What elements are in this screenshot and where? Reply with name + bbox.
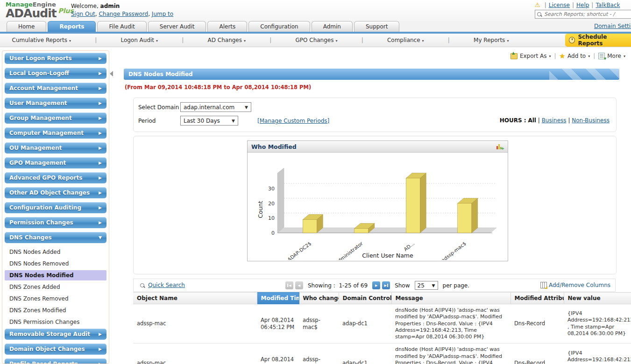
- sidebar-item-dns-changes[interactable]: DNS Changes▼: [5, 232, 106, 243]
- search-icon: [140, 283, 144, 287]
- last-page-button[interactable]: ▶: [382, 281, 390, 289]
- column-header-modified-attributes[interactable]: Modified Attributes: [510, 293, 564, 304]
- sidebar-subitem-dns-zones-modified[interactable]: DNS Zones Modified: [5, 305, 106, 315]
- subnav-item-my-reports[interactable]: My Reports▾: [474, 37, 509, 43]
- sidebar-item-domain-object-changes[interactable]: Domain Object Changes▶: [5, 343, 106, 355]
- tab-admin[interactable]: Admin: [312, 21, 353, 32]
- per-page-label: per page.: [443, 282, 470, 289]
- quick-search[interactable]: Quick Search: [140, 282, 185, 288]
- tab-support[interactable]: Support: [354, 21, 399, 32]
- sidebar-item-user-logon-reports[interactable]: User Logon Reports▶: [5, 53, 106, 64]
- sidebar-item-account-management[interactable]: Account Management▶: [5, 83, 106, 94]
- clock-icon: [569, 37, 575, 43]
- column-header-object-name[interactable]: Object Name: [133, 293, 257, 304]
- warning-icon[interactable]: ⚠: [535, 1, 540, 8]
- table-header-row: Object NameModified Time▾Who changedDoma…: [133, 293, 631, 304]
- quick-search-link[interactable]: Quick Search: [148, 282, 185, 288]
- page: ManageEngine ADAudit Plus Welcome, admin…: [0, 0, 631, 364]
- chart-type-icon[interactable]: [496, 144, 504, 149]
- sidebar-collapse-icon[interactable]: [110, 71, 113, 77]
- sidebar-item-profile-based-reports[interactable]: Profile Based Reports▶: [5, 358, 106, 364]
- sidebar-item-ou-management[interactable]: OU Management▶: [5, 142, 106, 154]
- tab-file-audit[interactable]: File Audit: [97, 21, 146, 32]
- link-change-password[interactable]: Change Password: [99, 11, 148, 17]
- cell-modified-attributes: Dns-Record: [510, 304, 564, 343]
- link-license[interactable]: License: [549, 2, 570, 8]
- separator: |: [554, 53, 556, 59]
- period-select[interactable]: Last 30 Days ▼: [180, 116, 238, 126]
- column-header-who-changed[interactable]: Who changed: [299, 293, 339, 304]
- column-header-modified-time[interactable]: Modified Time▾: [257, 293, 299, 304]
- subnav-item-cumulative-reports[interactable]: Cumulative Reports▾: [12, 37, 71, 43]
- sidebar-subitem-dns-zones-added[interactable]: DNS Zones Added: [5, 282, 106, 292]
- sidebar-item-label: Local Logon-Logoff: [9, 70, 69, 77]
- sidebar-subitem-dns-nodes-modified[interactable]: DNS Nodes Modified: [5, 270, 106, 280]
- search-box[interactable]: [535, 10, 631, 19]
- column-header-domain-controller[interactable]: Domain Controller: [339, 293, 391, 304]
- sidebar-item-group-management[interactable]: Group Management▶: [5, 112, 106, 124]
- sidebar-subitem-dns-permission-changes[interactable]: DNS Permission Changes: [5, 317, 106, 327]
- schedule-reports-button[interactable]: Schedule Reports: [565, 34, 631, 47]
- sidebar-item-permission-changes[interactable]: Permission Changes▶: [5, 217, 106, 228]
- tab-home[interactable]: Home: [7, 21, 46, 32]
- sidebar-item-advanced-gpo-reports[interactable]: Advanced GPO Reports▶: [5, 172, 106, 183]
- subnav-item-logon-audit[interactable]: Logon Audit▾: [121, 37, 158, 43]
- svg-text:Administrator: Administrator: [334, 240, 364, 260]
- tab-configuration[interactable]: Configuration: [248, 21, 310, 32]
- chevron-down-icon: ▾: [156, 39, 158, 43]
- table-row[interactable]: adssp-macApr 08,2014 06:45:12 PMadssp-ma…: [133, 343, 631, 364]
- app-logo: ManageEngine ADAudit Plus: [6, 1, 74, 19]
- sidebar-item-removable-storage-audit[interactable]: Removable Storage Audit▶: [5, 329, 106, 340]
- column-header-message[interactable]: Message: [391, 293, 510, 304]
- tab-alerts[interactable]: Alerts: [207, 21, 247, 32]
- domain-settings-link[interactable]: Domain Settings: [594, 23, 631, 29]
- chevron-down-icon: ▼: [99, 235, 102, 240]
- export-as-label: Export As: [520, 53, 547, 59]
- add-to-button[interactable]: ★ Add to ▾: [560, 52, 590, 60]
- sidebar-item-computer-management[interactable]: Computer Management▶: [5, 127, 106, 139]
- column-header-new-value[interactable]: New value: [564, 293, 631, 304]
- link-help[interactable]: Help: [576, 2, 589, 8]
- search-input[interactable]: [543, 11, 631, 18]
- page-size-select[interactable]: 25 ▼: [415, 281, 438, 290]
- subnav-item-gpo-changes[interactable]: GPO Changes▾: [295, 37, 337, 43]
- cell-modified-time: Apr 08,2014 06:45:12 PM: [257, 304, 299, 343]
- cell-new-value: {IPV4 Address=192:168:42:213, Time stamp…: [564, 304, 631, 343]
- export-as-button[interactable]: Export As ▾: [510, 53, 551, 59]
- first-page-button[interactable]: ◀: [285, 281, 293, 289]
- sidebar-item-label: User Logon Reports: [9, 55, 72, 62]
- link-jump-to[interactable]: Jump to: [152, 11, 173, 17]
- chevron-down-icon: ▾: [244, 39, 246, 43]
- more-button[interactable]: More ▾: [598, 53, 625, 59]
- sidebar-item-configuration-auditing[interactable]: Configuration Auditing▶: [5, 202, 106, 213]
- subnav-item-compliance[interactable]: Compliance▾: [387, 37, 424, 43]
- tab-reports[interactable]: Reports: [48, 21, 96, 32]
- chevron-right-icon: ▶: [99, 175, 102, 180]
- hours-non-business-link[interactable]: Non-Business: [572, 117, 610, 124]
- tab-server-audit[interactable]: Server Audit: [148, 21, 206, 32]
- manage-custom-periods-link[interactable]: [Manage Custom Periods]: [257, 118, 329, 124]
- sidebar-subitem-dns-zones-removed[interactable]: DNS Zones Removed: [5, 294, 106, 304]
- sidebar-subitem-dns-nodes-added[interactable]: DNS Nodes Added: [5, 247, 106, 257]
- add-remove-columns-label: Add/Remove Columns: [549, 282, 610, 288]
- report-table: Object NameModified Time▾Who changedDoma…: [133, 292, 631, 364]
- prev-page-button[interactable]: ◀: [295, 281, 303, 289]
- next-page-button[interactable]: ▶: [372, 281, 380, 289]
- subnav-item-ad-changes[interactable]: AD Changes▾: [208, 37, 246, 43]
- sidebar-item-local-logon-logoff[interactable]: Local Logon-Logoff▶: [5, 68, 106, 79]
- chart-header: Who Modified: [248, 141, 508, 153]
- sidebar-item-other-ad-object-changes[interactable]: Other AD Object Changes▶: [5, 187, 106, 198]
- hours-business-link[interactable]: Business: [542, 117, 567, 124]
- sidebar-subitem-dns-nodes-removed[interactable]: DNS Nodes Removed: [5, 259, 106, 269]
- domain-select[interactable]: adap.internal.com ▼: [180, 102, 251, 112]
- svg-text:10: 10: [268, 215, 275, 221]
- sidebar-item-user-management[interactable]: User Management▶: [5, 98, 106, 109]
- sidebar-item-gpo-management[interactable]: GPO Management▶: [5, 157, 106, 168]
- cell-domain-controller: adap-dc1: [339, 343, 391, 364]
- sidebar: User Logon Reports▶Local Logon-Logoff▶Ac…: [2, 50, 109, 364]
- table-row[interactable]: adssp-macApr 08,2014 06:45:12 PMadssp-ma…: [133, 304, 631, 343]
- link-sign-out[interactable]: Sign Out: [71, 11, 95, 17]
- sidebar-item-label: Configuration Auditing: [9, 204, 81, 211]
- add-remove-columns-button[interactable]: Add/Remove Columns: [540, 282, 610, 288]
- link-talkback[interactable]: TalkBack: [596, 2, 620, 8]
